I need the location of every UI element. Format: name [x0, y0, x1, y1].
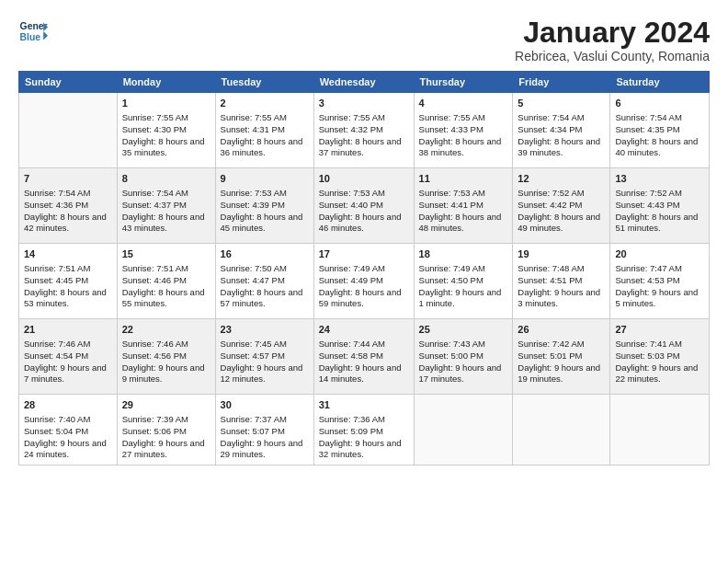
- sunset-text: Sunset: 4:47 PM: [221, 275, 285, 285]
- calendar-header-row: Sunday Monday Tuesday Wednesday Thursday…: [19, 72, 710, 93]
- day-number: 31: [319, 398, 409, 412]
- table-row: [414, 395, 513, 465]
- sunset-text: Sunset: 4:40 PM: [319, 200, 383, 210]
- sunset-text: Sunset: 4:50 PM: [419, 275, 483, 285]
- table-row: 16Sunrise: 7:50 AMSunset: 4:47 PMDayligh…: [215, 244, 313, 319]
- sunset-text: Sunset: 4:46 PM: [122, 275, 187, 285]
- day-number: 12: [518, 172, 605, 186]
- daylight-text: Daylight: 9 hours and 27 minutes.: [122, 438, 205, 460]
- table-row: 8Sunrise: 7:54 AMSunset: 4:37 PMDaylight…: [117, 168, 215, 244]
- table-row: 31Sunrise: 7:36 AMSunset: 5:09 PMDayligh…: [313, 395, 414, 465]
- daylight-text: Daylight: 9 hours and 32 minutes.: [319, 438, 402, 460]
- table-row: 27Sunrise: 7:41 AMSunset: 5:03 PMDayligh…: [610, 319, 710, 395]
- daylight-text: Daylight: 9 hours and 12 minutes.: [221, 362, 303, 385]
- day-number: 21: [24, 323, 112, 337]
- sunset-text: Sunset: 4:33 PM: [419, 124, 483, 134]
- table-row: 12Sunrise: 7:52 AMSunset: 4:42 PMDayligh…: [513, 168, 610, 244]
- calendar-table: Sunday Monday Tuesday Wednesday Thursday…: [18, 71, 710, 465]
- sunrise-text: Sunrise: 7:50 AM: [221, 263, 287, 273]
- sunrise-text: Sunrise: 7:45 AM: [221, 339, 287, 349]
- sunrise-text: Sunrise: 7:53 AM: [419, 188, 485, 198]
- sunset-text: Sunset: 4:41 PM: [419, 200, 483, 210]
- sunset-text: Sunset: 4:57 PM: [221, 350, 285, 361]
- title-block: January 2024 Rebricea, Vaslui County, Ro…: [515, 17, 710, 63]
- sunrise-text: Sunrise: 7:46 AM: [24, 339, 90, 349]
- day-number: 30: [221, 398, 309, 412]
- day-number: 19: [518, 247, 605, 261]
- table-row: 19Sunrise: 7:48 AMSunset: 4:51 PMDayligh…: [513, 244, 610, 319]
- sunrise-text: Sunrise: 7:46 AM: [122, 339, 188, 349]
- day-number: 22: [122, 323, 210, 337]
- sunset-text: Sunset: 5:09 PM: [319, 426, 383, 436]
- sunset-text: Sunset: 4:36 PM: [24, 200, 88, 210]
- sunrise-text: Sunrise: 7:49 AM: [319, 263, 385, 273]
- daylight-text: Daylight: 9 hours and 9 minutes.: [122, 362, 205, 385]
- daylight-text: Daylight: 8 hours and 51 minutes.: [615, 212, 698, 234]
- col-monday: Monday: [117, 72, 215, 93]
- table-row: 1Sunrise: 7:55 AMSunset: 4:30 PMDaylight…: [117, 93, 215, 168]
- sunset-text: Sunset: 4:35 PM: [615, 124, 679, 134]
- table-row: 17Sunrise: 7:49 AMSunset: 4:49 PMDayligh…: [313, 244, 414, 319]
- table-row: 25Sunrise: 7:43 AMSunset: 5:00 PMDayligh…: [414, 319, 513, 395]
- table-row: 29Sunrise: 7:39 AMSunset: 5:06 PMDayligh…: [117, 395, 215, 465]
- col-tuesday: Tuesday: [215, 72, 313, 93]
- col-wednesday: Wednesday: [313, 72, 414, 93]
- sunset-text: Sunset: 4:58 PM: [319, 350, 383, 361]
- table-row: 18Sunrise: 7:49 AMSunset: 4:50 PMDayligh…: [414, 244, 513, 319]
- day-number: 16: [221, 247, 309, 261]
- sunrise-text: Sunrise: 7:36 AM: [319, 414, 385, 424]
- daylight-text: Daylight: 8 hours and 36 minutes.: [221, 136, 303, 158]
- sunset-text: Sunset: 4:30 PM: [122, 124, 187, 134]
- sunset-text: Sunset: 4:56 PM: [122, 350, 187, 361]
- day-number: 26: [518, 323, 605, 337]
- day-number: 6: [615, 97, 704, 110]
- calendar-week-row: 28Sunrise: 7:40 AMSunset: 5:04 PMDayligh…: [19, 395, 710, 465]
- table-row: 21Sunrise: 7:46 AMSunset: 4:54 PMDayligh…: [19, 319, 118, 395]
- sunrise-text: Sunrise: 7:44 AM: [319, 339, 385, 349]
- calendar-week-row: 21Sunrise: 7:46 AMSunset: 4:54 PMDayligh…: [19, 319, 710, 395]
- table-row: 5Sunrise: 7:54 AMSunset: 4:34 PMDaylight…: [513, 93, 610, 168]
- sunrise-text: Sunrise: 7:47 AM: [615, 263, 681, 273]
- daylight-text: Daylight: 9 hours and 24 minutes.: [24, 438, 107, 460]
- table-row: 11Sunrise: 7:53 AMSunset: 4:41 PMDayligh…: [414, 168, 513, 244]
- table-row: 10Sunrise: 7:53 AMSunset: 4:40 PMDayligh…: [313, 168, 414, 244]
- sunrise-text: Sunrise: 7:51 AM: [24, 263, 90, 273]
- sunset-text: Sunset: 4:34 PM: [518, 124, 582, 134]
- daylight-text: Daylight: 9 hours and 1 minute.: [419, 287, 502, 309]
- sunrise-text: Sunrise: 7:55 AM: [319, 112, 385, 122]
- sunrise-text: Sunrise: 7:54 AM: [518, 112, 584, 122]
- svg-text:Blue: Blue: [20, 32, 41, 42]
- calendar-week-row: 1Sunrise: 7:55 AMSunset: 4:30 PMDaylight…: [19, 93, 710, 168]
- daylight-text: Daylight: 9 hours and 29 minutes.: [221, 438, 303, 460]
- sunrise-text: Sunrise: 7:52 AM: [518, 188, 584, 198]
- sunset-text: Sunset: 4:53 PM: [615, 275, 679, 285]
- col-saturday: Saturday: [610, 72, 710, 93]
- sunset-text: Sunset: 5:01 PM: [518, 350, 582, 361]
- daylight-text: Daylight: 8 hours and 57 minutes.: [221, 287, 303, 309]
- page-header: General Blue January 2024 Rebricea, Vasl…: [18, 17, 710, 63]
- sunset-text: Sunset: 4:51 PM: [518, 275, 582, 285]
- day-number: 8: [122, 172, 210, 186]
- col-sunday: Sunday: [19, 72, 118, 93]
- sunrise-text: Sunrise: 7:48 AM: [518, 263, 584, 273]
- table-row: 2Sunrise: 7:55 AMSunset: 4:31 PMDaylight…: [215, 93, 313, 168]
- table-row: 22Sunrise: 7:46 AMSunset: 4:56 PMDayligh…: [117, 319, 215, 395]
- day-number: 15: [122, 247, 210, 261]
- table-row: [513, 395, 610, 465]
- daylight-text: Daylight: 8 hours and 39 minutes.: [518, 136, 600, 158]
- day-number: 25: [419, 323, 508, 337]
- table-row: 7Sunrise: 7:54 AMSunset: 4:36 PMDaylight…: [19, 168, 118, 244]
- table-row: 23Sunrise: 7:45 AMSunset: 4:57 PMDayligh…: [215, 319, 313, 395]
- day-number: 28: [24, 398, 112, 412]
- day-number: 1: [122, 97, 210, 110]
- sunrise-text: Sunrise: 7:55 AM: [419, 112, 485, 122]
- daylight-text: Daylight: 9 hours and 3 minutes.: [518, 287, 600, 309]
- sunrise-text: Sunrise: 7:51 AM: [122, 263, 188, 273]
- day-number: 4: [419, 97, 508, 110]
- sunset-text: Sunset: 4:37 PM: [122, 200, 187, 210]
- daylight-text: Daylight: 8 hours and 42 minutes.: [24, 212, 107, 234]
- daylight-text: Daylight: 8 hours and 48 minutes.: [419, 212, 502, 234]
- table-row: 30Sunrise: 7:37 AMSunset: 5:07 PMDayligh…: [215, 395, 313, 465]
- col-thursday: Thursday: [414, 72, 513, 93]
- sunrise-text: Sunrise: 7:55 AM: [221, 112, 287, 122]
